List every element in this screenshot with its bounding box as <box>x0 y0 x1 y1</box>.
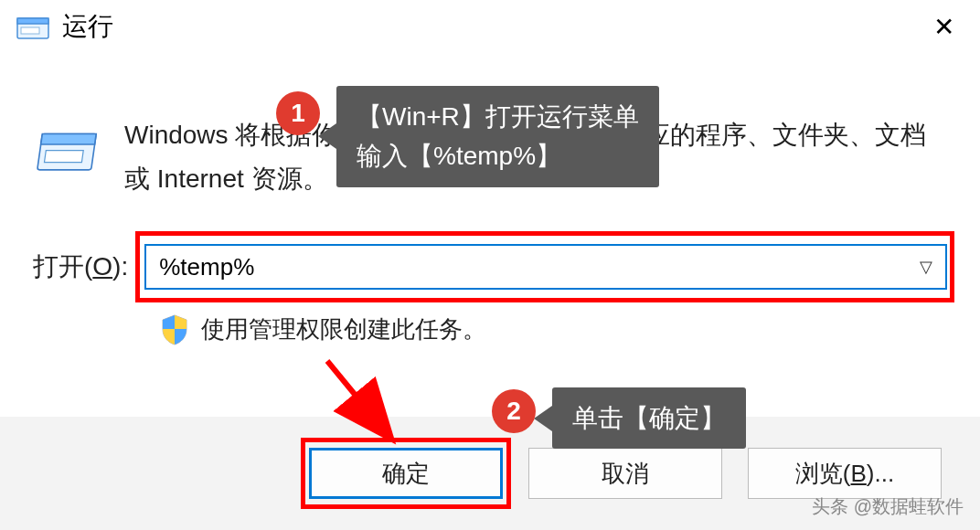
window-title: 运行 <box>62 9 917 44</box>
open-combobox[interactable]: ▽ <box>144 244 947 290</box>
cancel-button[interactable]: 取消 <box>528 448 722 499</box>
svg-line-6 <box>327 361 382 428</box>
annotation-callout-2: 单击【确定】 <box>552 387 746 449</box>
annotation-callout-1: 【Win+R】打开运行菜单 输入【%temp%】 <box>336 86 659 187</box>
svg-rect-1 <box>17 18 48 24</box>
run-dialog-icon <box>33 121 99 185</box>
shield-icon <box>161 314 188 345</box>
svg-rect-5 <box>44 151 83 163</box>
titlebar: 运行 ✕ <box>0 0 980 53</box>
watermark-text: 头条 @数据蛙软件 <box>812 494 964 519</box>
annotation-badge-1: 1 <box>276 91 320 135</box>
annotation-arrow <box>309 347 419 457</box>
annotation-badge-2: 2 <box>492 389 536 433</box>
close-button[interactable]: ✕ <box>917 12 971 42</box>
admin-text: 使用管理权限创建此任务。 <box>201 313 486 345</box>
svg-rect-4 <box>41 134 97 144</box>
svg-rect-2 <box>21 27 39 34</box>
open-label: 打开(O): <box>33 249 128 284</box>
open-input[interactable] <box>159 253 920 281</box>
browse-button[interactable]: 浏览(B)... <box>748 448 942 499</box>
admin-privileges-row: 使用管理权限创建此任务。 <box>161 313 947 345</box>
chevron-down-icon[interactable]: ▽ <box>920 257 932 277</box>
run-icon <box>16 13 49 40</box>
